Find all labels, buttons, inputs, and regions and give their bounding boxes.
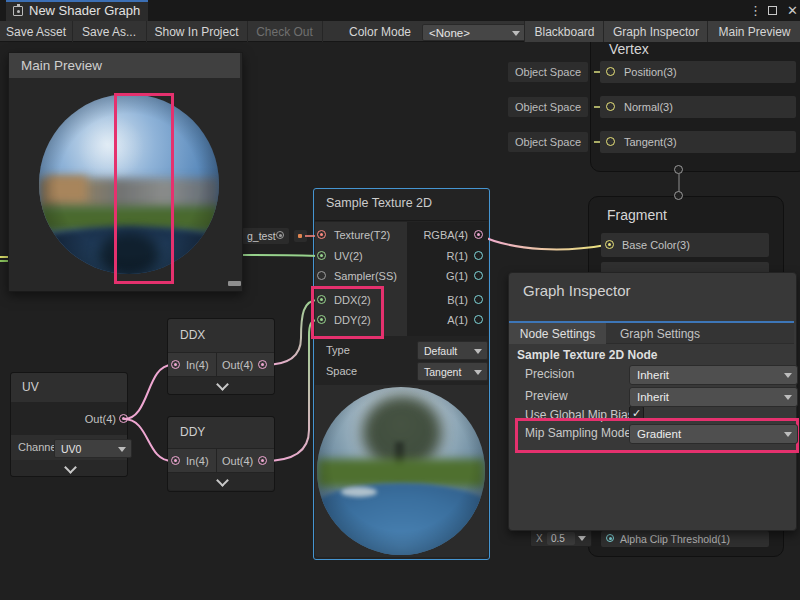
space-chip-tangent[interactable]: Object Space xyxy=(508,132,588,152)
main-preview-header[interactable]: Main Preview xyxy=(9,53,240,78)
property-exposed-icon xyxy=(276,231,284,239)
graph-inspector-title: Graph Inspector xyxy=(523,282,631,299)
space-chip-label: Object Space xyxy=(515,101,581,113)
sample-input-label: Texture(T2) xyxy=(334,229,390,241)
uv-collapse-row[interactable] xyxy=(11,460,127,476)
sample-output-label: RGBA(4) xyxy=(388,229,468,241)
alphaclip-default-chip[interactable]: X 0.5 xyxy=(530,529,592,547)
collapse-chevron-icon xyxy=(216,378,229,391)
port-position-input[interactable] xyxy=(606,67,615,76)
panel-resize-grip[interactable] xyxy=(228,281,241,286)
preview-dropdown[interactable]: Inherit xyxy=(629,387,798,407)
ddx-in-label: In(4) xyxy=(186,359,209,371)
shader-graph-icon xyxy=(13,6,23,16)
dropdown-arrow-icon xyxy=(784,395,792,400)
preview-label: Preview xyxy=(525,389,568,403)
more-menu-icon[interactable]: ⋮ xyxy=(749,3,762,18)
sample-output-label: A(1) xyxy=(388,314,468,326)
port-ddy-in[interactable] xyxy=(171,456,180,465)
port-rgba-output[interactable] xyxy=(474,230,483,239)
port-texture-input[interactable] xyxy=(317,230,326,239)
port-basecolor-input[interactable] xyxy=(605,240,614,249)
stack-connector-pin-top xyxy=(674,165,683,174)
blackboard-button[interactable]: Blackboard xyxy=(524,21,605,42)
graph-inspector-button[interactable]: Graph Inspector xyxy=(603,21,709,42)
color-mode-text: Color Mode xyxy=(349,25,411,39)
port-ddx-input[interactable] xyxy=(317,295,326,304)
tab-node-settings[interactable]: Node Settings xyxy=(509,323,606,344)
ddy-node-title: DDY xyxy=(180,425,205,439)
space-dropdown[interactable]: Tangent xyxy=(417,362,488,381)
port-sampler-input[interactable] xyxy=(317,271,326,280)
mip-mode-label: Mip Sampling Mode xyxy=(525,426,631,440)
save-asset-label: Save Asset xyxy=(6,25,66,39)
main-preview-button[interactable]: Main Preview xyxy=(707,21,800,42)
port-normal-input[interactable] xyxy=(606,102,615,111)
graph-inspector-panel[interactable]: Graph Inspector Node Settings Graph Sett… xyxy=(508,272,797,531)
tab-node-settings-label: Node Settings xyxy=(520,327,595,341)
property-port-box[interactable] xyxy=(294,230,307,242)
show-in-project-button[interactable]: Show In Project xyxy=(146,21,248,42)
wire-rgba-basecolor[interactable] xyxy=(479,235,606,249)
dropdown-arrow-icon xyxy=(118,447,126,452)
uv-channel-value: UV0 xyxy=(61,443,81,455)
blackboard-label: Blackboard xyxy=(534,25,594,39)
port-tangent-input[interactable] xyxy=(606,137,615,146)
uv-out-label: Out(4) xyxy=(66,413,116,425)
wire-uvout-ddxin[interactable] xyxy=(124,365,172,419)
sample-node-title: Sample Texture 2D xyxy=(326,196,432,210)
space-chip-label: Object Space xyxy=(515,66,581,78)
port-r-output[interactable] xyxy=(474,251,483,260)
port-g-output[interactable] xyxy=(474,271,483,280)
tab-title: New Shader Graph xyxy=(29,3,140,18)
space-chip-normal[interactable]: Object Space xyxy=(508,97,588,117)
sphere-texture-layer xyxy=(39,94,219,274)
close-icon[interactable]: ✕ xyxy=(787,3,798,18)
mip-mode-dropdown[interactable]: Gradient xyxy=(629,424,798,444)
graph-inspector-label: Graph Inspector xyxy=(613,25,699,39)
mip-bias-label: Use Global Mip Bias xyxy=(525,408,634,422)
space-chip-position[interactable]: Object Space xyxy=(508,62,588,82)
save-asset-button[interactable]: Save Asset xyxy=(0,21,73,42)
port-uv-out[interactable] xyxy=(119,414,128,423)
dropdown-arrow-icon xyxy=(474,370,482,375)
ddy-collapse-row[interactable] xyxy=(168,473,274,490)
dropdown-arrow-icon xyxy=(474,349,482,354)
toolbar: Save Asset Save As... Show In Project Ch… xyxy=(0,21,800,42)
mip-mode-value: Gradient xyxy=(637,428,681,440)
tab-accent-line xyxy=(6,0,148,2)
port-ddx-out[interactable] xyxy=(258,360,267,369)
port-uv-input[interactable] xyxy=(317,251,326,260)
port-ddx-in[interactable] xyxy=(171,360,180,369)
port-alphaclip-input[interactable] xyxy=(606,534,614,542)
uv-node-title: UV xyxy=(22,380,39,394)
mip-bias-checkbox[interactable]: ✓ xyxy=(629,406,644,421)
main-preview-panel[interactable]: Main Preview xyxy=(8,52,243,292)
sample-output-label: R(1) xyxy=(388,250,468,262)
space-value: Tangent xyxy=(424,366,461,378)
wire-uv-input[interactable] xyxy=(241,255,318,256)
port-ddy-out[interactable] xyxy=(258,456,267,465)
port-b-output[interactable] xyxy=(474,295,483,304)
color-mode-dropdown[interactable]: <None> xyxy=(422,24,526,41)
precision-dropdown[interactable]: Inherit xyxy=(629,365,798,385)
alpha-value-box[interactable]: 0.5 xyxy=(547,532,575,545)
save-as-button[interactable]: Save As... xyxy=(72,21,147,42)
show-in-project-label: Show In Project xyxy=(154,25,238,39)
sample-preview-sphere xyxy=(317,387,485,555)
divider xyxy=(315,220,488,221)
inspector-tab-strip: Node Settings Graph Settings xyxy=(509,323,794,344)
type-dropdown[interactable]: Default xyxy=(417,341,488,360)
collapse-chevron-icon xyxy=(216,474,229,487)
property-chip-label: g_test xyxy=(247,230,276,242)
precision-value: Inherit xyxy=(637,369,669,381)
port-a-output[interactable] xyxy=(474,315,483,324)
uv-channel-dropdown[interactable]: UV0 xyxy=(54,439,132,458)
vertex-normal-label: Normal(3) xyxy=(624,101,673,113)
tab-graph-settings[interactable]: Graph Settings xyxy=(606,323,726,344)
color-mode-value: <None> xyxy=(429,27,470,39)
vertex-node-title: Vertex xyxy=(609,41,649,57)
maximize-icon[interactable] xyxy=(768,6,777,15)
ddx-collapse-row[interactable] xyxy=(168,377,274,394)
port-ddy-input[interactable] xyxy=(317,315,326,324)
